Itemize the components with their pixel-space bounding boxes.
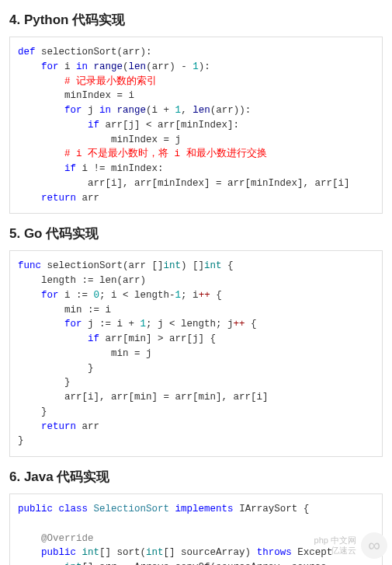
- code-block-go: func selectionSort(arr []int) []int { le…: [9, 250, 383, 457]
- keyword-def: def: [18, 47, 36, 58]
- code-block-python: def selectionSort(arr): for i in range(l…: [9, 37, 383, 214]
- keyword-return: return: [41, 193, 76, 204]
- section-heading-go: 5. Go 代码实现: [9, 225, 383, 242]
- keyword-func: func: [18, 260, 41, 271]
- comment: # 记录最小数的索引: [64, 76, 157, 87]
- section-heading-python: 4. Python 代码实现: [9, 11, 383, 29]
- comment: # i 不是最小数时，将 i 和最小数进行交换: [64, 148, 267, 159]
- code-block-java: public class SelectionSort implements IA…: [9, 494, 383, 565]
- section-heading-java: 6. Java 代码实现: [9, 468, 383, 486]
- keyword-for: for: [41, 61, 59, 72]
- annotation-override: @Override: [41, 533, 94, 544]
